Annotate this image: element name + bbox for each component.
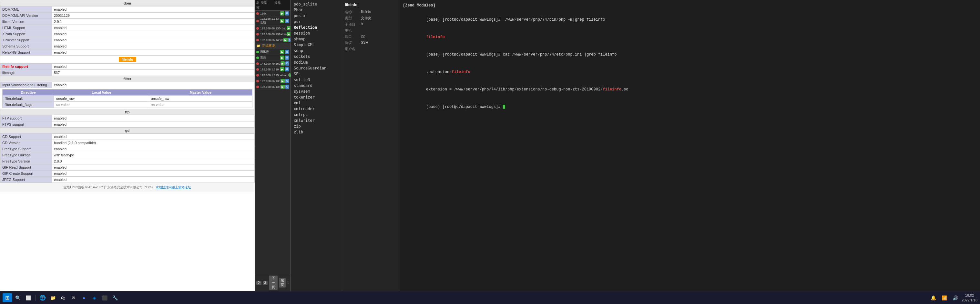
module-item[interactable]: SimpleXML	[291, 42, 342, 48]
server-copy-btn[interactable]: ⧉	[285, 19, 289, 23]
module-item[interactable]: xmlrpc	[291, 112, 342, 118]
module-item[interactable]: pdo_sqlite	[291, 1, 342, 7]
info-label: 主机	[345, 28, 361, 33]
server-item[interactable]: 192.168.1.110 ▶ ⧉	[255, 67, 290, 72]
gif-read-key: GIF Read Support	[0, 165, 52, 171]
server-item[interactable]: 192.168.66.138 ▶ ⧉	[255, 84, 290, 90]
module-item[interactable]: sodium	[291, 59, 342, 65]
server-connect-btn[interactable]: ▶	[280, 19, 285, 23]
footer-link[interactable]: 求助疑难问题上堡塔论坛	[156, 186, 191, 189]
server-connect-btn[interactable]: ▶	[280, 79, 285, 83]
module-item[interactable]: xml	[291, 100, 342, 106]
info-value: 22	[361, 34, 365, 39]
module-item[interactable]: sqlite3	[291, 77, 342, 83]
server-item[interactable]: 192.168.66.137alma ▶ ⧉	[255, 31, 290, 37]
server-connect-btn[interactable]: ▶	[283, 38, 288, 42]
date-display: 2022/1/18	[962, 298, 977, 302]
terminal-line: (base) [root@c7dapaoit wwwlogs]# cat /ww…	[403, 46, 977, 63]
module-item[interactable]: session	[291, 30, 342, 36]
server-item[interactable]: 雷云 ▶ ⧉	[255, 55, 290, 61]
server-copy-btn[interactable]: ⧉	[285, 67, 289, 71]
module-item[interactable]: SourceGuardian	[291, 65, 342, 71]
server-copy-btn[interactable]: ⧉	[285, 79, 289, 83]
module-item[interactable]: SPL	[291, 71, 342, 77]
filter-flags-local: no value	[54, 102, 149, 108]
server-status-dot	[256, 56, 259, 59]
server-item[interactable]: 192.168.66.130 ▶ ⧉	[255, 78, 290, 84]
footer-text: 宝塔Linux面板 ©2014-2022 广东堡塔安全技术有限公司 (bt.cn…	[64, 186, 153, 189]
module-item[interactable]: tokenizer	[291, 94, 342, 100]
page-btn[interactable]: 2	[256, 281, 261, 285]
gd-support-val: enabled	[52, 134, 255, 140]
taskbar-explorer-icon[interactable]: 📁	[48, 293, 57, 302]
taskbar-store-icon[interactable]: 🛍	[59, 293, 68, 302]
html-support-key: HTML Support	[0, 25, 52, 31]
module-item[interactable]: xmlwriter	[291, 118, 342, 123]
info-label: 协议	[345, 40, 361, 45]
zend-modules-header: [Zend Modules]	[403, 3, 977, 8]
start-button[interactable]: ⊞	[3, 293, 12, 302]
server-connect-btn[interactable]: ▶	[280, 85, 285, 89]
server-item[interactable]: 192.168.1.115debian1 ▶ ⧉	[255, 72, 290, 78]
module-item-reflection[interactable]: Reflection	[291, 24, 342, 30]
taskbar-network-icon[interactable]: 📶	[940, 293, 949, 302]
server-connect-btn[interactable]: ▶	[280, 61, 285, 66]
module-item[interactable]: posix	[291, 13, 342, 19]
last-page-btn[interactable]: 尾页	[279, 278, 286, 288]
taskbar-time[interactable]: 18:02 2022/1/18	[962, 293, 977, 302]
server-connect-btn[interactable]: ▶	[280, 50, 285, 54]
server-name: 192.168.1.133近期	[260, 17, 280, 24]
taskbar-app-icon[interactable]: 🔧	[110, 293, 119, 302]
server-connect-btn[interactable]: ▶	[280, 67, 285, 71]
relaxng-key: RelaxNG Support	[0, 50, 52, 56]
server-connect-btn[interactable]: ▶	[280, 11, 285, 16]
taskbar-chrome-icon[interactable]: ●	[80, 293, 88, 302]
page-btn[interactable]: 3	[263, 281, 268, 285]
libmagic-val: 537	[52, 70, 255, 76]
group-name: 正式环境	[262, 44, 275, 48]
server-copy-btn[interactable]: ⧉	[285, 50, 289, 54]
server-status-dot	[256, 86, 259, 88]
taskbar-vscode-icon[interactable]: ◈	[90, 293, 99, 302]
terminal-panel[interactable]: [Zend Modules] (base) [root@c7dapaoit ww…	[400, 0, 980, 291]
module-item[interactable]: sockets	[291, 54, 342, 59]
taskbar-mail-icon[interactable]: ✉	[69, 293, 78, 302]
server-item[interactable]: 139x ▶ ⧉	[255, 11, 290, 16]
taskbar-taskview-icon[interactable]: ⬜	[24, 293, 33, 302]
module-item[interactable]: psr	[291, 19, 342, 24]
module-item[interactable]: standard	[291, 83, 342, 88]
taskbar-volume-icon[interactable]: 🔊	[951, 293, 960, 302]
taskbar-notification-icon[interactable]: 🔔	[929, 293, 938, 302]
server-copy-btn[interactable]: ⧉	[285, 61, 289, 66]
module-item[interactable]: Phar	[291, 7, 342, 13]
server-panel-header: 名称 类型 操作	[255, 0, 290, 11]
fileinfo-support-key: fileinfo support	[0, 64, 52, 70]
server-connect-btn[interactable]: ▶	[280, 56, 285, 60]
next-page-btn[interactable]: 下一页	[269, 275, 278, 290]
module-item[interactable]: zlib	[291, 129, 342, 135]
taskbar-terminal-icon[interactable]: ⬛	[100, 293, 109, 302]
module-item[interactable]: soap	[291, 48, 342, 54]
server-item[interactable]: 148.100.79.162 ▶ ⧉	[255, 61, 290, 67]
server-copy-btn[interactable]: ⧉	[285, 11, 289, 16]
terminal-line: (base) [root@c7dapaoit wwwlogs]# /www/se…	[403, 11, 977, 29]
gd-support-key: GD Support	[0, 134, 52, 140]
file-info-row: 端口 22	[345, 34, 397, 39]
server-item[interactable]: 192.168.66.140c8 ▶ ⧉	[255, 37, 290, 43]
taskbar-edge-icon[interactable]: 🌐	[38, 293, 47, 302]
server-copy-btn[interactable]: ⧉	[285, 85, 289, 89]
php-table: dom DOM/XML enabled DOM/XML API Version …	[0, 0, 255, 183]
freetype-linkage-key: FreeType Linkage	[0, 152, 52, 158]
name-col: 名称	[256, 1, 259, 10]
server-item[interactable]: 192.168.1.133近期 ▶ ⧉	[255, 16, 290, 26]
server-item[interactable]: 腾讯云 ▶ ⧉	[255, 49, 290, 55]
module-item[interactable]: sysvsem	[291, 88, 342, 94]
server-item[interactable]: 192.168.66.136cbstr ▶ ⧉	[255, 26, 290, 31]
taskbar-search-icon[interactable]: 🔍	[13, 293, 22, 302]
module-item[interactable]: xmlreader	[291, 106, 342, 112]
module-item[interactable]: shmop	[291, 36, 342, 42]
module-item[interactable]: zip	[291, 123, 342, 129]
server-copy-btn[interactable]: ⧉	[285, 56, 289, 60]
server-status-dot	[256, 39, 259, 42]
server-status-dot	[256, 68, 259, 71]
